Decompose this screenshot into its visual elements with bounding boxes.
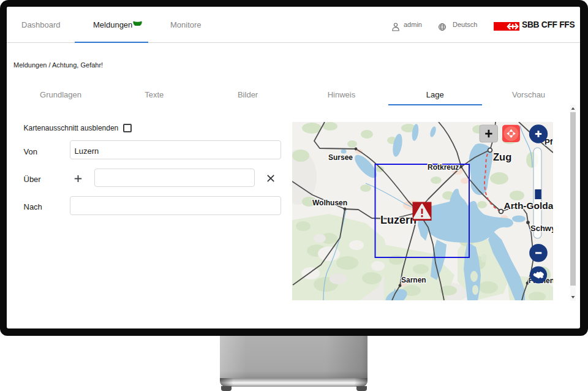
svg-text:Luzern: Luzern [380,214,417,226]
svg-text:Sarnen: Sarnen [401,276,426,284]
svg-text:Arth-Goldau: Arth-Goldau [504,200,554,211]
svg-text:Zug: Zug [493,151,511,162]
svg-text:Schwyz: Schwyz [530,224,553,233]
svg-text:Wolhusen: Wolhusen [312,199,347,207]
svg-text:Sursee: Sursee [328,153,353,162]
svg-text:Rotkreuz: Rotkreuz [428,163,459,172]
